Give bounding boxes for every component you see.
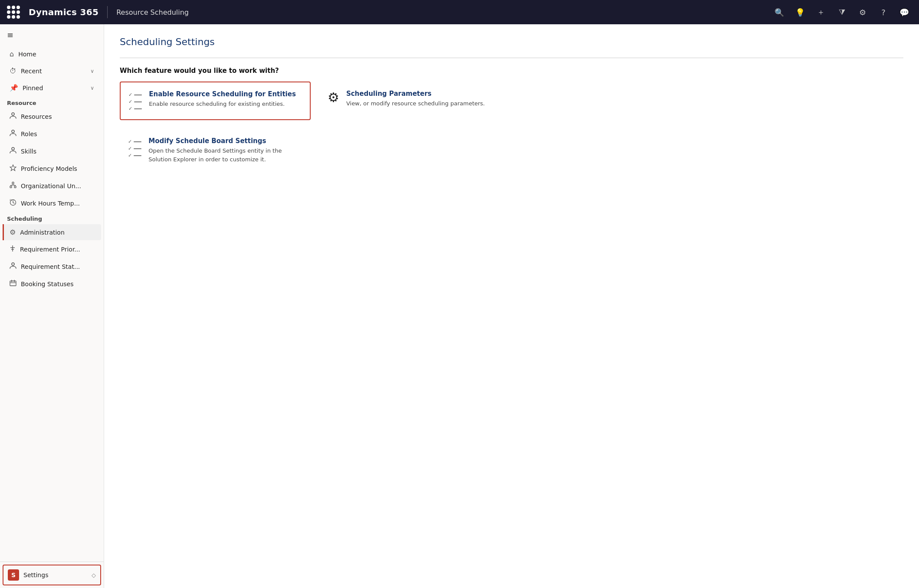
requirement-status-icon xyxy=(10,262,16,271)
sidebar-item-skills[interactable]: Skills xyxy=(3,143,101,160)
feature-cards-grid: ✓ ✓ ✓ Enable Resource Scheduling for Ent… xyxy=(120,82,510,172)
sidebar-item-label: Organizational Un... xyxy=(21,183,94,189)
svg-rect-19 xyxy=(10,281,16,286)
sidebar-item-administration[interactable]: ⚙ Administration xyxy=(3,224,101,240)
pin-icon: 📌 xyxy=(10,84,18,92)
sidebar-section-scheduling: Scheduling xyxy=(0,212,104,224)
svg-rect-1 xyxy=(12,130,14,133)
svg-rect-0 xyxy=(12,113,14,115)
sidebar-item-label: Booking Statuses xyxy=(21,281,94,287)
home-icon: ⌂ xyxy=(10,50,14,58)
settings-label: Settings xyxy=(23,572,48,578)
sidebar-section-resource: Resource xyxy=(0,96,104,108)
card-title[interactable]: Modify Schedule Board Settings xyxy=(148,137,302,145)
skills-icon xyxy=(10,147,16,156)
requirement-priority-icon xyxy=(10,245,16,254)
gear-icon: ⚙ xyxy=(328,90,339,105)
brand-name: Dynamics 365 xyxy=(29,7,98,17)
chat-icon[interactable]: 💬 xyxy=(896,4,912,20)
checklist-icon: ✓ ✓ ✓ xyxy=(128,90,142,111)
filter-icon[interactable]: ⧩ xyxy=(834,4,850,20)
page-title: Scheduling Settings xyxy=(120,36,903,47)
sidebar: ≡ ⌂ Home ⏱ Recent ∨ 📌 Pinned ∨ Resource … xyxy=(0,24,104,588)
enable-resource-scheduling-card[interactable]: ✓ ✓ ✓ Enable Resource Scheduling for Ent… xyxy=(120,82,311,120)
card-body: Modify Schedule Board Settings Open the … xyxy=(148,137,302,163)
sidebar-item-recent[interactable]: ⏱ Recent ∨ xyxy=(3,63,101,79)
sidebar-item-label: Roles xyxy=(21,131,94,137)
chevron-down-icon: ∨ xyxy=(90,85,94,91)
card-body: Scheduling Parameters View, or modify re… xyxy=(346,90,485,108)
workhours-icon xyxy=(10,199,16,208)
svg-rect-6 xyxy=(14,186,16,188)
sidebar-item-booking-statuses[interactable]: Booking Statuses xyxy=(3,276,101,292)
sidebar-item-label: Recent xyxy=(21,68,86,75)
app-launcher-button[interactable] xyxy=(7,6,20,19)
search-icon[interactable]: 🔍 xyxy=(771,4,787,20)
sidebar-item-resources[interactable]: Resources xyxy=(3,108,101,125)
sidebar-item-workhours[interactable]: Work Hours Temp... xyxy=(3,195,101,212)
card-description: Enable resource scheduling for existing … xyxy=(149,100,296,108)
card-description: View, or modify resource scheduling para… xyxy=(346,99,485,108)
sidebar-item-label: Skills xyxy=(21,148,94,155)
administration-icon: ⚙ xyxy=(10,228,16,236)
checklist-icon: ✓ ✓ ✓ xyxy=(128,137,141,158)
sidebar-item-requirement-priority[interactable]: Requirement Prior... xyxy=(3,241,101,258)
sidebar-item-proficiency[interactable]: Proficiency Models xyxy=(3,160,101,177)
add-icon[interactable]: ＋ xyxy=(813,4,829,20)
which-feature-label: Which feature would you like to work wit… xyxy=(120,67,903,75)
sidebar-item-label: Pinned xyxy=(23,85,86,91)
settings-icon[interactable]: ⚙ xyxy=(855,4,870,20)
svg-rect-14 xyxy=(10,199,11,201)
scheduling-parameters-card[interactable]: ⚙ Scheduling Parameters View, or modify … xyxy=(319,82,510,120)
card-title[interactable]: Enable Resource Scheduling for Entities xyxy=(149,90,296,98)
chevron-down-icon: ∨ xyxy=(90,68,94,74)
sidebar-item-label: Home xyxy=(18,51,94,58)
sidebar-item-label: Proficiency Models xyxy=(21,165,94,172)
roles-icon xyxy=(10,130,16,138)
svg-line-13 xyxy=(13,203,14,203)
card-body: Enable Resource Scheduling for Entities … xyxy=(149,90,296,108)
svg-rect-5 xyxy=(12,182,14,184)
sidebar-item-label: Requirement Stat... xyxy=(21,263,94,270)
orgunit-icon xyxy=(10,182,16,190)
module-name: Resource Scheduling xyxy=(116,8,189,16)
top-navigation: Dynamics 365 Resource Scheduling 🔍 💡 ＋ ⧩… xyxy=(0,0,919,24)
sidebar-item-roles[interactable]: Roles xyxy=(3,126,101,142)
modify-schedule-board-card[interactable]: ✓ ✓ ✓ Modify Schedule Board Settings Ope… xyxy=(120,129,311,172)
card-description: Open the Schedule Board Settings entity … xyxy=(148,147,302,163)
nav-divider xyxy=(107,6,108,18)
sidebar-item-pinned[interactable]: 📌 Pinned ∨ xyxy=(3,80,101,96)
recent-icon: ⏱ xyxy=(10,67,16,75)
svg-rect-2 xyxy=(12,147,14,150)
sidebar-item-label: Work Hours Temp... xyxy=(21,200,94,207)
proficiency-icon xyxy=(10,164,16,173)
resources-icon xyxy=(10,112,16,121)
sidebar-item-label: Resources xyxy=(21,113,94,120)
help-icon[interactable]: ? xyxy=(876,4,891,20)
booking-statuses-icon xyxy=(10,280,16,288)
sidebar-item-label: Requirement Prior... xyxy=(20,246,94,253)
svg-rect-4 xyxy=(10,186,12,188)
sidebar-item-home[interactable]: ⌂ Home xyxy=(3,46,101,62)
settings-badge: S xyxy=(8,569,19,581)
svg-rect-18 xyxy=(12,263,14,265)
main-content: Scheduling Settings Which feature would … xyxy=(104,24,919,588)
svg-marker-3 xyxy=(10,165,16,171)
settings-bottom-item[interactable]: S Settings ◇ xyxy=(3,565,101,585)
section-divider xyxy=(120,58,903,58)
sidebar-bottom: S Settings ◇ xyxy=(0,562,104,588)
sidebar-item-label: Administration xyxy=(20,229,94,236)
sidebar-item-orgunit[interactable]: Organizational Un... xyxy=(3,178,101,194)
settings-chevron-icon: ◇ xyxy=(92,572,96,578)
card-title[interactable]: Scheduling Parameters xyxy=(346,90,485,98)
sidebar-item-requirement-status[interactable]: Requirement Stat... xyxy=(3,258,101,275)
lightbulb-icon[interactable]: 💡 xyxy=(792,4,808,20)
hamburger-menu-button[interactable]: ≡ xyxy=(0,24,104,46)
